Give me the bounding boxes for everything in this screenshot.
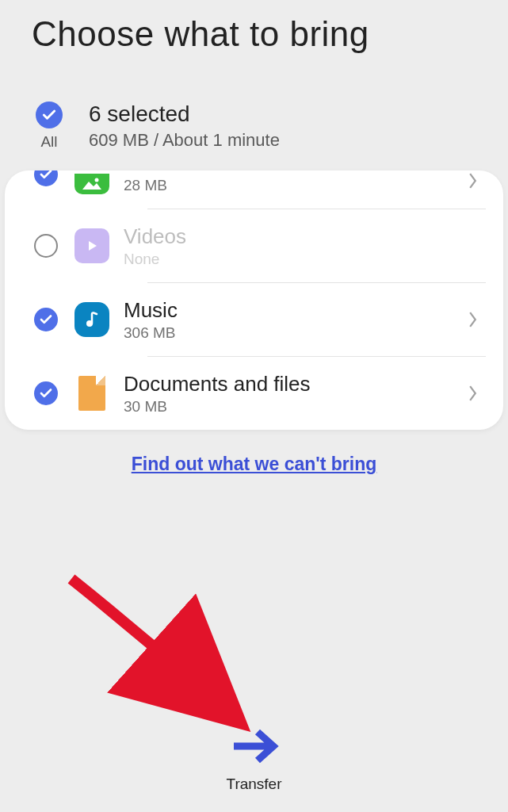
- category-list: 28 MB Videos None: [5, 170, 503, 430]
- arrow-right-icon: [228, 726, 279, 769]
- item-checkbox[interactable]: [34, 170, 58, 186]
- annotation-arrow: [55, 571, 262, 745]
- list-item[interactable]: 28 MB: [5, 170, 503, 209]
- chevron-right-icon: [460, 311, 484, 328]
- selected-count: 6 selected: [89, 102, 280, 127]
- page-title: Choose what to bring: [32, 14, 476, 54]
- music-icon: [74, 302, 109, 337]
- item-checkbox[interactable]: [34, 234, 58, 258]
- item-size: 306 MB: [124, 324, 460, 342]
- item-size: 28 MB: [124, 177, 460, 194]
- footer-link-row: Find out what we can't bring: [0, 430, 508, 491]
- item-title: Documents and files: [124, 372, 460, 396]
- item-checkbox[interactable]: [34, 381, 58, 405]
- list-item[interactable]: Music 306 MB: [5, 283, 503, 356]
- transfer-label: Transfer: [226, 776, 281, 793]
- item-title: Videos: [124, 224, 460, 249]
- select-all-checkbox[interactable]: [36, 102, 63, 128]
- image-icon: [74, 174, 109, 194]
- video-icon: [74, 228, 109, 263]
- list-item[interactable]: Documents and files 30 MB: [5, 357, 503, 430]
- find-out-link[interactable]: Find out what we can't bring: [132, 454, 377, 474]
- chevron-right-icon: [460, 172, 484, 190]
- item-title: Music: [124, 298, 460, 323]
- selection-summary: All 6 selected 609 MB / About 1 minute: [0, 54, 508, 170]
- item-checkbox[interactable]: [34, 308, 58, 331]
- select-all-label: All: [40, 133, 57, 151]
- select-all[interactable]: All: [32, 102, 67, 151]
- item-size: None: [124, 251, 460, 268]
- item-size: 30 MB: [124, 398, 460, 416]
- header: Choose what to bring: [0, 0, 508, 54]
- svg-point-0: [95, 178, 99, 182]
- summary-detail: 609 MB / About 1 minute: [89, 130, 280, 151]
- document-icon: [78, 376, 105, 411]
- transfer-button[interactable]: Transfer: [226, 726, 281, 793]
- list-item[interactable]: Videos None: [5, 209, 503, 282]
- chevron-right-icon: [460, 385, 484, 402]
- summary-text: 6 selected 609 MB / About 1 minute: [89, 102, 280, 151]
